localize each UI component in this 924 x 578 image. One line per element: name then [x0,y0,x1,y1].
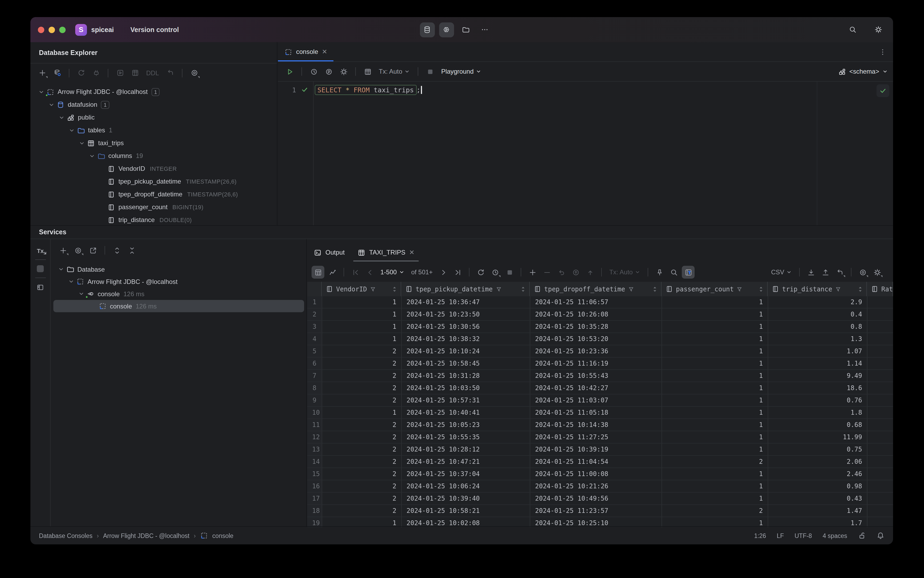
upload-button[interactable] [819,266,832,279]
cell-tpep_pickup_datetime[interactable]: 2024-01-25 10:39:40 [402,493,530,505]
cell-rate[interactable] [867,395,893,407]
eye-button[interactable] [856,266,869,279]
explorer-tree-item-columns[interactable]: columns19 [31,149,277,162]
cell-tpep_dropoff_datetime[interactable]: 2024-01-25 10:23:36 [530,345,662,357]
cell-vendorid[interactable]: 2 [322,357,402,370]
cell-trip_distance[interactable]: 1.3 [768,333,867,345]
cell-trip_distance[interactable]: 2.9 [768,296,867,308]
chevron-down-icon[interactable] [67,127,76,133]
filter-funnel-icon[interactable] [495,286,502,292]
cell-tpep_dropoff_datetime[interactable]: 2024-01-25 11:03:07 [530,395,662,407]
filter-panel-button[interactable] [682,266,695,279]
cell-passenger_count[interactable]: 1 [662,345,768,357]
cell-passenger_count[interactable]: 1 [662,468,768,481]
explorer-tree-item-trip-distance[interactable]: trip_distanceDOUBLE(0) [31,213,277,225]
cell-rate[interactable] [867,456,893,468]
cell-tpep_dropoff_datetime[interactable]: 2024-01-25 10:25:10 [530,517,662,527]
explorer-toolbar-label-8[interactable]: DDL [144,69,162,76]
kebab-menu-icon[interactable] [879,48,887,56]
cell-tpep_dropoff_datetime[interactable]: 2024-01-25 10:14:38 [530,419,662,431]
cell-trip_distance[interactable]: 1.07 [768,345,867,357]
close-window-button[interactable] [38,26,44,33]
cell-rate[interactable] [867,419,893,431]
chevron-down-icon[interactable] [57,266,66,272]
cell-tpep_pickup_datetime[interactable]: 2024-01-25 10:58:21 [402,505,530,517]
db-gear-button[interactable] [51,67,63,79]
sort-icon[interactable] [392,286,397,292]
indent-setting[interactable]: 4 spaces [823,533,847,539]
download-button[interactable] [804,266,817,279]
cell-rate[interactable] [867,333,893,345]
cell-trip_distance[interactable]: 1.8 [768,407,867,419]
cell-tpep_pickup_datetime[interactable]: 2024-01-25 10:57:31 [402,395,530,407]
cell-vendorid[interactable]: 1 [322,407,402,419]
cell-passenger_count[interactable]: 1 [662,357,768,370]
cell-vendorid[interactable]: 2 [322,481,402,493]
cell-tpep_dropoff_datetime[interactable]: 2024-01-25 10:53:20 [530,333,662,345]
unlock-icon[interactable] [858,532,866,539]
cell-vendorid[interactable]: 2 [322,505,402,517]
cell-rate[interactable] [867,370,893,382]
file-encoding[interactable]: UTF-8 [794,533,812,539]
cell-tpep_dropoff_datetime[interactable]: 2024-01-25 10:55:43 [530,370,662,382]
cell-tpep_dropoff_datetime[interactable]: 2024-01-25 10:49:56 [530,493,662,505]
row-number[interactable]: 7 [307,370,322,382]
clock-button[interactable] [489,266,501,279]
cell-trip_distance[interactable]: 18.6 [768,382,867,395]
tab-console[interactable]: console ✕ [278,42,334,62]
ellipsis-button[interactable] [477,22,492,37]
cell-vendorid[interactable]: 2 [322,395,402,407]
row-number[interactable]: 15 [307,468,322,481]
cell-passenger_count[interactable]: 1 [662,493,768,505]
cell-vendorid[interactable]: 2 [322,370,402,382]
cell-trip_distance[interactable]: 11.99 [768,431,867,443]
services-tree-item-console[interactable]: console126 ms [51,288,306,300]
cell-tpep_pickup_datetime[interactable]: 2024-01-25 10:37:04 [402,468,530,481]
explorer-tree-item-public[interactable]: public [31,111,277,124]
row-number[interactable]: 1 [307,296,322,308]
column-header-tpep_pickup_datetime[interactable]: tpep_pickup_datetime [401,282,530,296]
cell-passenger_count[interactable]: 1 [662,443,768,456]
cell-tpep_pickup_datetime[interactable]: 2024-01-25 10:05:23 [402,419,530,431]
cell-tpep_dropoff_datetime[interactable]: 2024-01-25 11:05:18 [530,407,662,419]
cell-tpep_dropoff_datetime[interactable]: 2024-01-25 11:00:08 [530,468,662,481]
cell-trip_distance[interactable]: 9.49 [768,370,867,382]
row-number[interactable]: 18 [307,505,322,517]
cell-passenger_count[interactable]: 1 [662,382,768,395]
explorer-tree-item-tables[interactable]: tables1 [31,124,277,136]
grid-toolbar-label-5[interactable]: 1-500 [378,268,407,276]
next-button[interactable] [437,266,450,279]
chevron-down-icon[interactable] [88,153,97,159]
cell-tpep_pickup_datetime[interactable]: 2024-01-25 10:23:50 [402,308,530,321]
row-number[interactable]: 8 [307,382,322,395]
search-button[interactable] [667,266,680,279]
open-new-button[interactable] [86,244,99,257]
row-number[interactable]: 10 [307,407,322,419]
eye-button[interactable] [188,67,201,79]
cell-vendorid[interactable]: 1 [322,333,402,345]
cell-passenger_count[interactable]: 1 [662,333,768,345]
explorer-tree-item-tpep-pickup-datetime[interactable]: tpep_pickup_datetimeTIMESTAMP(26,6) [31,175,277,188]
cell-trip_distance[interactable]: 0.98 [768,481,867,493]
cell-vendorid[interactable]: 1 [322,296,402,308]
row-number[interactable]: 14 [307,456,322,468]
cell-passenger_count[interactable]: 1 [662,431,768,443]
column-header-trip_distance[interactable]: trip_distance [768,282,867,296]
cell-passenger_count[interactable]: 1 [662,419,768,431]
services-tree-item-arrow-flight-jdbc-localhost[interactable]: Arrow Flight JDBC - @localhost [51,275,306,288]
cell-trip_distance[interactable]: 0.68 [768,419,867,431]
plus-button[interactable] [57,244,69,257]
cell-vendorid[interactable]: 1 [322,517,402,527]
sort-icon[interactable] [858,286,862,292]
cell-tpep_pickup_datetime[interactable]: 2024-01-25 10:47:21 [402,456,530,468]
cell-rate[interactable] [867,308,893,321]
refresh-button[interactable] [474,266,487,279]
cell-trip_distance[interactable]: 0.4 [768,308,867,321]
chevron-down-icon[interactable] [47,102,56,107]
cell-tpep_pickup_datetime[interactable]: 2024-01-25 10:02:08 [402,517,530,527]
chevron-down-icon[interactable] [57,114,66,120]
cell-vendorid[interactable]: 2 [322,468,402,481]
cell-rate[interactable] [867,357,893,370]
caret-position[interactable]: 1:26 [754,533,766,539]
cell-rate[interactable] [867,517,893,527]
